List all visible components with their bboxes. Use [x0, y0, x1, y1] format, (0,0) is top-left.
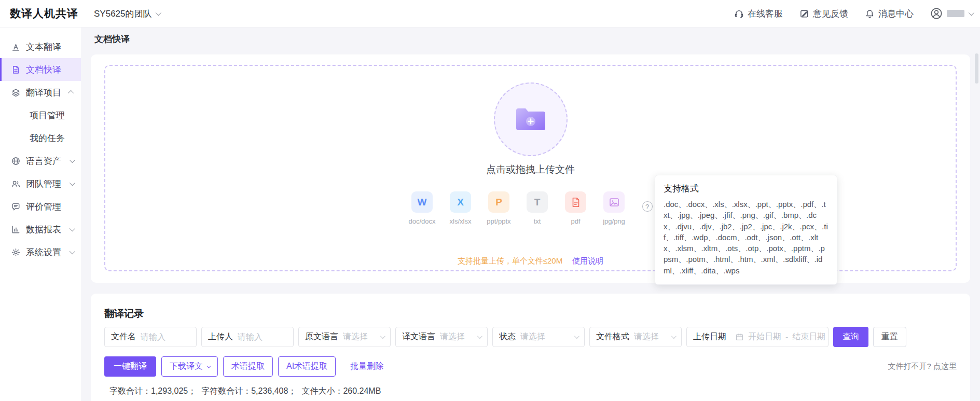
- sidebar-item-label: 文本翻译: [26, 41, 61, 53]
- chevron-down-icon: [70, 180, 75, 186]
- online-support-button[interactable]: 在线客服: [734, 8, 783, 20]
- file-open-help-link[interactable]: 文件打不开? 点这里: [888, 362, 957, 371]
- app-header: 数译人机共译 SY5625的团队 在线客服 意见反: [0, 0, 980, 27]
- char-count-total: 字符数合计：5,236,408；: [201, 386, 296, 397]
- sidebar-item-text-translate[interactable]: 文本翻译: [0, 35, 81, 58]
- format-image: jpg/png: [601, 191, 628, 225]
- filter-filename: 文件名: [104, 327, 197, 347]
- sidebar-item-label: 翻译项目: [26, 87, 61, 99]
- format-doc: W doc/docx: [409, 191, 436, 225]
- filter-label: 文件格式: [596, 331, 629, 342]
- headset-icon: [734, 9, 744, 19]
- reset-button[interactable]: 重置: [873, 327, 906, 347]
- chevron-down-icon: [70, 248, 75, 254]
- download-label: 下载译文: [170, 361, 203, 372]
- gear-icon: [11, 247, 21, 257]
- chevron-down-icon: [477, 334, 482, 339]
- download-translation-button[interactable]: 下载译文: [161, 356, 218, 377]
- upload-folder-icon: [514, 105, 547, 133]
- bar-chart-icon: [11, 225, 21, 234]
- filter-status[interactable]: 状态 请选择: [492, 327, 585, 347]
- filter-label: 原文语言: [305, 331, 338, 342]
- txt-file-icon: T: [527, 191, 548, 213]
- chevron-down-icon: [155, 10, 161, 16]
- chevron-up-icon: [68, 90, 74, 96]
- usage-guide-link[interactable]: 使用说明: [572, 256, 603, 266]
- select-placeholder: 请选择: [440, 331, 475, 342]
- globe-icon: [11, 156, 21, 166]
- filter-label: 上传人: [208, 331, 233, 342]
- format-help-icon[interactable]: ?: [642, 201, 653, 212]
- batch-delete-button[interactable]: 批量删除: [345, 356, 389, 377]
- sidebar-item-label: 文档快译: [26, 64, 61, 76]
- filter-source-language[interactable]: 原文语言 请选择: [298, 327, 391, 347]
- sidebar-item-label: 团队管理: [26, 178, 61, 190]
- upload-hint: 支持批量上传，单个文件≤20M: [458, 256, 562, 266]
- search-button[interactable]: 查询: [833, 327, 868, 347]
- filename-input[interactable]: [141, 333, 190, 342]
- sidebar-item-language-assets[interactable]: 语言资产: [0, 149, 81, 172]
- sidebar-item-data-reports[interactable]: 数据报表: [0, 218, 81, 241]
- pdf-file-icon: [565, 191, 586, 213]
- sidebar-item-label: 数据报表: [26, 224, 61, 236]
- scrollbar[interactable]: [975, 53, 978, 84]
- upload-card: 点击或拖拽上传文件 W doc/docx X xls/xlsx P ppt/pp…: [91, 54, 970, 283]
- translation-records-card: 翻译记录 文件名 上传人 原文语言 请选择 译文语言 请选择 状态: [91, 294, 970, 401]
- sidebar-item-project-management[interactable]: 项目管理: [0, 104, 81, 127]
- sidebar-item-doc-quick-translate[interactable]: 文档快译: [0, 58, 81, 81]
- sidebar-item-review-management[interactable]: 评价管理: [0, 195, 81, 218]
- text-translate-icon: [11, 42, 21, 52]
- uploader-input[interactable]: [238, 333, 287, 342]
- image-file-icon: [603, 191, 625, 213]
- filter-file-format[interactable]: 文件格式 请选择: [589, 327, 682, 347]
- document-icon: [11, 65, 21, 75]
- select-placeholder: 请选择: [634, 331, 669, 342]
- app-logo: 数译人机共译: [0, 6, 87, 21]
- term-extraction-button[interactable]: 术语提取: [223, 356, 273, 377]
- format-xls: X xls/xlsx: [447, 191, 474, 225]
- tooltip-title: 支持格式: [664, 183, 829, 195]
- sidebar-item-label: 系统设置: [26, 246, 61, 258]
- edit-icon: [799, 9, 809, 19]
- chevron-down-icon: [206, 364, 211, 368]
- calendar-icon: [735, 333, 744, 341]
- chevron-down-icon: [380, 334, 385, 339]
- filter-label: 上传日期: [693, 331, 726, 342]
- filter-upload-date[interactable]: 上传日期 开始日期 - 结束日期: [686, 327, 829, 347]
- user-name-masked: [947, 10, 964, 17]
- filter-label: 译文语言: [402, 331, 435, 342]
- message-center-button[interactable]: 消息中心: [865, 8, 914, 20]
- user-menu[interactable]: [930, 7, 973, 20]
- format-ppt: P ppt/pptx: [486, 191, 513, 225]
- nav-label: 消息中心: [878, 8, 914, 20]
- sidebar-item-system-settings[interactable]: 系统设置: [0, 241, 81, 264]
- records-title: 翻译记录: [104, 307, 957, 321]
- sidebar-item-my-tasks[interactable]: 我的任务: [0, 127, 81, 149]
- breadcrumb: 文档快译: [81, 27, 980, 51]
- chevron-down-icon: [671, 334, 677, 339]
- action-row: 一键翻译 下载译文 术语提取 AI术语提取 批量删除 文件打不开? 点这里: [104, 356, 957, 377]
- one-click-translate-button[interactable]: 一键翻译: [104, 356, 156, 377]
- date-end-placeholder: 结束日期: [792, 331, 825, 342]
- upload-circle: [494, 82, 568, 156]
- filter-target-language[interactable]: 译文语言 请选择: [395, 327, 488, 347]
- file-size-total: 文件大小：260.24MB: [301, 386, 381, 397]
- layers-icon: [11, 88, 21, 98]
- filter-label: 文件名: [111, 331, 136, 342]
- sidebar-item-team-management[interactable]: 团队管理: [0, 172, 81, 195]
- chevron-down-icon: [574, 334, 579, 339]
- avatar-icon: [930, 7, 943, 20]
- chevron-down-icon: [70, 157, 75, 163]
- supported-formats-row: W doc/docx X xls/xlsx P ppt/pptx T txt: [409, 191, 653, 225]
- ppt-file-icon: P: [488, 191, 509, 213]
- feedback-button[interactable]: 意见反馈: [799, 8, 848, 20]
- sidebar-item-translation-projects[interactable]: 翻译项目: [0, 81, 81, 104]
- date-separator: -: [785, 333, 788, 342]
- users-icon: [11, 179, 21, 189]
- team-name: SY5625的团队: [94, 8, 152, 20]
- upload-title: 点击或拖拽上传文件: [486, 163, 575, 176]
- ai-term-extraction-button[interactable]: AI术语提取: [278, 356, 336, 377]
- team-switcher[interactable]: SY5625的团队: [94, 8, 160, 20]
- date-start-placeholder: 开始日期: [748, 331, 781, 342]
- main-content: 文档快译 点击或拖拽上传文件: [81, 27, 980, 401]
